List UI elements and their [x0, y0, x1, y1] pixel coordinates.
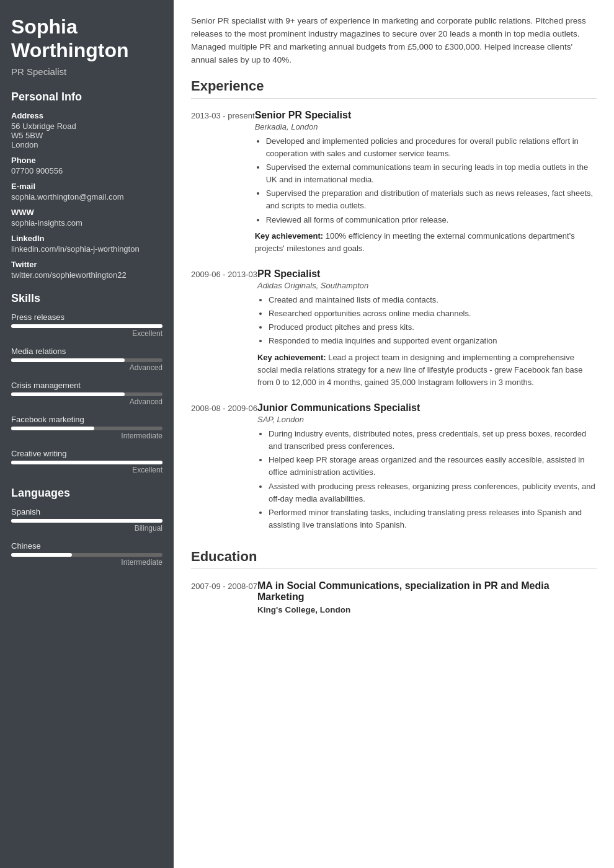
candidate-name: Sophia Worthington — [11, 15, 162, 63]
main-content: Senior PR specialist with 9+ years of ex… — [174, 0, 614, 868]
exp-bullets: Developed and implemented policies and p… — [255, 135, 597, 226]
skill-bar-bg — [11, 358, 162, 362]
language-name: Chinese — [11, 541, 162, 551]
phone-label: Phone — [11, 156, 162, 165]
skill-bar-fill — [11, 392, 125, 396]
experience-entry: 2013-03 - present Senior PR Specialist B… — [191, 110, 597, 255]
skills-list: Press releases Excellent Media relations… — [11, 312, 162, 474]
skill-item: Media relations Advanced — [11, 347, 162, 372]
exp-title: PR Specialist — [257, 268, 597, 280]
skill-level: Excellent — [11, 466, 162, 474]
sidebar: Sophia Worthington PR Specialist Persona… — [0, 0, 174, 868]
skill-bar-fill — [11, 427, 94, 430]
skill-name: Creative writing — [11, 449, 162, 458]
language-bar-bg — [11, 553, 162, 557]
key-achievement: Key achievement: Lead a project team in … — [257, 352, 597, 389]
language-item: Spanish Bilingual — [11, 507, 162, 533]
exp-details: Junior Communications Specialist SAP, Lo… — [257, 402, 597, 535]
language-bar-bg — [11, 519, 162, 523]
exp-bullet: Researched opportunities across online m… — [269, 308, 597, 320]
experience-heading: Experience — [191, 78, 597, 99]
twitter-value: twitter.com/sophieworthington22 — [11, 270, 162, 280]
skill-bar-bg — [11, 324, 162, 328]
linkedin-label: LinkedIn — [11, 234, 162, 243]
skill-bar-bg — [11, 392, 162, 396]
exp-bullet: Responded to media inquiries and support… — [269, 335, 597, 347]
skill-bar-bg — [11, 427, 162, 430]
skills-heading: Skills — [11, 292, 162, 305]
exp-bullet: Reviewed all forms of communication prio… — [266, 214, 597, 226]
www-label: WWW — [11, 208, 162, 217]
candidate-title: PR Specialist — [11, 66, 162, 77]
exp-title: Senior PR Specialist — [255, 110, 597, 121]
www-value: sophia-insights.com — [11, 218, 162, 228]
skill-level: Advanced — [11, 363, 162, 372]
edu-degree: MA in Social Communications, specializat… — [257, 580, 597, 603]
exp-bullet: Created and maintained lists of media co… — [269, 294, 597, 306]
languages-heading: Languages — [11, 487, 162, 500]
exp-details: PR Specialist Adidas Originals, Southamp… — [257, 268, 597, 389]
experience-entry: 2009-06 - 2013-03 PR Specialist Adidas O… — [191, 268, 597, 389]
exp-bullet: During industry events, distributed note… — [269, 428, 597, 453]
skill-level: Excellent — [11, 329, 162, 338]
skill-level: Intermediate — [11, 432, 162, 440]
key-achievement: Key achievement: 100% efficiency in meet… — [255, 230, 597, 255]
skill-item: Crisis management Advanced — [11, 381, 162, 406]
edu-details: MA in Social Communications, specializat… — [257, 580, 597, 614]
language-bar-fill — [11, 553, 72, 557]
exp-date: 2009-06 - 2013-03 — [191, 268, 257, 389]
personal-info-heading: Personal Info — [11, 91, 162, 104]
exp-details: Senior PR Specialist Berkadia, London De… — [255, 110, 597, 255]
email-value: sophia.worthington@gmail.com — [11, 192, 162, 202]
email-label: E-mail — [11, 182, 162, 191]
exp-bullet: Performed minor translating tasks, inclu… — [269, 507, 597, 531]
skill-item: Press releases Excellent — [11, 312, 162, 338]
edu-school: King's College, London — [257, 605, 597, 614]
language-level: Bilingual — [11, 524, 162, 533]
skill-name: Crisis management — [11, 381, 162, 390]
education-entry: 2007-09 - 2008-07 MA in Social Communica… — [191, 580, 597, 614]
exp-bullet: Assisted with producing press releases, … — [269, 480, 597, 505]
exp-bullet: Developed and implemented policies and p… — [266, 135, 597, 160]
exp-bullets: During industry events, distributed note… — [257, 428, 597, 531]
experience-entry: 2008-08 - 2009-06 Junior Communications … — [191, 402, 597, 535]
address-line-1: 56 Uxbridge Road — [11, 122, 162, 131]
language-item: Chinese Intermediate — [11, 541, 162, 567]
twitter-label: Twitter — [11, 260, 162, 269]
skill-bar-bg — [11, 461, 162, 464]
skill-name: Facebook marketing — [11, 415, 162, 424]
edu-date: 2007-09 - 2008-07 — [191, 580, 257, 614]
exp-company: SAP, London — [257, 415, 597, 424]
summary-text: Senior PR specialist with 9+ years of ex… — [191, 15, 597, 67]
address-label: Address — [11, 111, 162, 120]
phone-value: 07700 900556 — [11, 166, 162, 175]
skill-bar-fill — [11, 358, 125, 362]
education-list: 2007-09 - 2008-07 MA in Social Communica… — [191, 580, 597, 614]
skill-bar-fill — [11, 324, 162, 328]
exp-title: Junior Communications Specialist — [257, 402, 597, 414]
skill-bar-fill — [11, 461, 162, 464]
language-name: Spanish — [11, 507, 162, 516]
exp-company: Adidas Originals, Southampton — [257, 281, 597, 290]
experience-list: 2013-03 - present Senior PR Specialist B… — [191, 110, 597, 535]
address-line-2: W5 5BW — [11, 131, 162, 140]
exp-bullet: Supervised the external communications t… — [266, 161, 597, 186]
exp-bullet: Supervised the preparation and distribut… — [266, 187, 597, 212]
skill-name: Media relations — [11, 347, 162, 356]
skill-level: Advanced — [11, 397, 162, 406]
exp-bullet: Produced product pitches and press kits. — [269, 321, 597, 334]
skill-name: Press releases — [11, 312, 162, 322]
education-heading: Education — [191, 549, 597, 569]
exp-bullet: Helped keep PR storage areas organized a… — [269, 454, 597, 479]
languages-list: Spanish Bilingual Chinese Intermediate — [11, 507, 162, 567]
linkedin-value: linkedin.com/in/sophia-j-worthington — [11, 244, 162, 254]
exp-date: 2013-03 - present — [191, 110, 255, 255]
language-level: Intermediate — [11, 558, 162, 567]
exp-date: 2008-08 - 2009-06 — [191, 402, 257, 535]
exp-company: Berkadia, London — [255, 122, 597, 131]
skill-item: Facebook marketing Intermediate — [11, 415, 162, 440]
skill-item: Creative writing Excellent — [11, 449, 162, 474]
address-line-3: London — [11, 140, 162, 149]
language-bar-fill — [11, 519, 162, 523]
exp-bullets: Created and maintained lists of media co… — [257, 294, 597, 348]
